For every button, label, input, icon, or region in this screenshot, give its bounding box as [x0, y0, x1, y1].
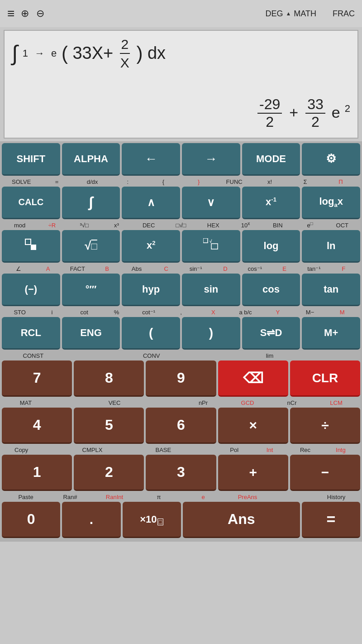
coeff: 33X+: [72, 43, 113, 62]
result-plus: +: [289, 104, 298, 121]
eng-button[interactable]: ENG: [62, 317, 120, 350]
x-squared-button[interactable]: x2: [122, 230, 180, 263]
down-arrow-button[interactable]: ∨: [182, 187, 240, 219]
alpha-button[interactable]: ALPHA: [62, 143, 120, 176]
x10-button[interactable]: ×10□: [123, 502, 181, 538]
backspace-button[interactable]: ⌫: [218, 360, 288, 397]
subtext-row-3: ∠ A FACT B Abs C sin⁻¹ D cos⁻¹ E tan⁻¹ F: [2, 264, 360, 274]
two-button[interactable]: 2: [74, 455, 144, 491]
sd-button[interactable]: S⇌D: [242, 317, 300, 350]
subtext-row-2: mod ÷R ³√□ x³ DEC □√□ HEX 10x BIN e□ OCT: [2, 220, 360, 230]
triangle-icon: ▲: [286, 10, 291, 17]
left-arrow-button[interactable]: ←: [122, 143, 180, 176]
calculator-display: ∫ 1 → e ( 33X+ 2 X ) dx -29 2 + 33 2 e 2: [4, 30, 358, 139]
svg-rect-2: [203, 238, 208, 243]
ln-button[interactable]: ln: [302, 230, 360, 263]
fraction: 2 X: [119, 35, 131, 72]
svg-rect-4: [211, 244, 218, 249]
gear-icon: ⚙: [326, 152, 336, 166]
top-bar: ≡ ⊕ ⊖ DEG ▲ MATH FRAC: [0, 0, 362, 27]
zoom-in-icon[interactable]: ⊕: [21, 8, 29, 19]
frac-numerator: 2: [120, 35, 130, 54]
zoom-out-icon[interactable]: ⊖: [36, 8, 44, 19]
mode-button[interactable]: MODE: [242, 143, 300, 176]
subtext-row-8: Paste Ran# RanInt π e PreAns History: [2, 492, 360, 502]
frac-denominator: X: [119, 54, 131, 72]
result-den2: 2: [310, 114, 321, 130]
minus-button[interactable]: −: [290, 455, 360, 491]
nthroot-button[interactable]: √: [182, 230, 240, 263]
subtext-row-1: SOLVE = d/dx : { } FUNC x! Σ Π: [2, 177, 360, 187]
button-row-5: RCL ENG ( ) S⇌D M+: [2, 317, 360, 350]
three-button[interactable]: 3: [146, 455, 216, 491]
result-num2: 33: [305, 96, 325, 114]
open-paren-button[interactable]: (: [122, 317, 180, 350]
calc-button[interactable]: CALC: [2, 187, 60, 219]
equals-button[interactable]: =: [302, 502, 360, 538]
shift-button[interactable]: SHIFT: [2, 143, 60, 176]
display-result: -29 2 + 33 2 e 2: [257, 96, 350, 130]
button-row-1: SHIFT ALPHA ← → MODE ⚙: [2, 143, 360, 176]
svg-text:√: √: [210, 239, 212, 244]
hamburger-icon[interactable]: ≡: [7, 6, 14, 21]
template-button[interactable]: [2, 230, 60, 263]
subtext-row-6: MAT VEC nPr GCD nCr LCM: [2, 398, 360, 408]
decimal-button[interactable]: .: [62, 502, 120, 538]
six-button[interactable]: 6: [146, 408, 216, 444]
degrees-button[interactable]: °′″: [62, 274, 120, 306]
sin-button[interactable]: sin: [182, 274, 240, 306]
deg-label[interactable]: DEG: [265, 9, 283, 19]
divide-button[interactable]: ÷: [290, 408, 360, 444]
close-paren-button[interactable]: ): [182, 317, 240, 350]
math-label[interactable]: MATH: [294, 9, 316, 19]
zero-button[interactable]: 0: [2, 502, 60, 538]
ans-button[interactable]: Ans: [183, 502, 300, 538]
dx: dx: [148, 43, 166, 62]
integral-symbol: ∫: [12, 41, 18, 65]
button-row-7: 4 5 6 × ÷: [2, 408, 360, 444]
five-button[interactable]: 5: [74, 408, 144, 444]
x-inverse-button[interactable]: x-1: [242, 187, 300, 219]
hyp-button[interactable]: hyp: [122, 274, 180, 306]
result-exp: 2: [345, 103, 350, 114]
lower-bound: 1: [23, 48, 28, 59]
settings-button[interactable]: ⚙: [302, 143, 360, 176]
nine-button[interactable]: 9: [146, 360, 216, 397]
arrow-symbol: →: [35, 48, 45, 59]
top-bar-modes: DEG ▲ MATH FRAC: [265, 9, 355, 19]
subtext-row-5: CONST CONV lim: [2, 351, 360, 360]
multiply-button[interactable]: ×: [218, 408, 288, 444]
clr-button[interactable]: CLR: [290, 360, 360, 397]
cos-button[interactable]: cos: [242, 274, 300, 306]
frac-label[interactable]: FRAC: [333, 9, 355, 19]
result-den1: 2: [264, 114, 276, 130]
result-fraction2: 33 2: [305, 96, 325, 130]
right-arrow-button[interactable]: →: [182, 143, 240, 176]
up-arrow-button[interactable]: ∧: [122, 187, 180, 219]
plus-button[interactable]: +: [218, 455, 288, 491]
eight-button[interactable]: 8: [74, 360, 144, 397]
rcl-button[interactable]: RCL: [2, 317, 60, 350]
calculator-area: SHIFT ALPHA ← → MODE ⚙ SOLVE = d/dx : { …: [0, 141, 362, 542]
button-row-8: 1 2 3 + −: [2, 455, 360, 491]
integral-button[interactable]: ∫: [62, 187, 120, 219]
log-base-button[interactable]: logax: [302, 187, 360, 219]
seven-button[interactable]: 7: [2, 360, 72, 397]
mplus-button[interactable]: M+: [302, 317, 360, 350]
open-paren: (: [62, 43, 68, 64]
tan-button[interactable]: tan: [302, 274, 360, 306]
button-row-6: 7 8 9 ⌫ CLR: [2, 360, 360, 397]
one-button[interactable]: 1: [2, 455, 72, 491]
button-row-2: CALC ∫ ∧ ∨ x-1 logax: [2, 187, 360, 219]
upper-bound: e: [51, 48, 57, 59]
result-num1: -29: [257, 96, 282, 114]
subtext-row-4: STO i cot % cot⁻¹ , X a b/c Y M− M: [2, 307, 360, 317]
close-paren: ): [136, 43, 143, 64]
result-fraction1: -29 2: [257, 96, 282, 130]
result-e: e: [332, 104, 340, 121]
subtext-row-7: Copy CMPLX BASE Pol Int Rec Intg: [2, 445, 360, 455]
four-button[interactable]: 4: [2, 408, 72, 444]
log-button[interactable]: log: [242, 230, 300, 263]
sqrt-button[interactable]: √□: [62, 230, 120, 263]
negative-button[interactable]: (−): [2, 274, 60, 306]
